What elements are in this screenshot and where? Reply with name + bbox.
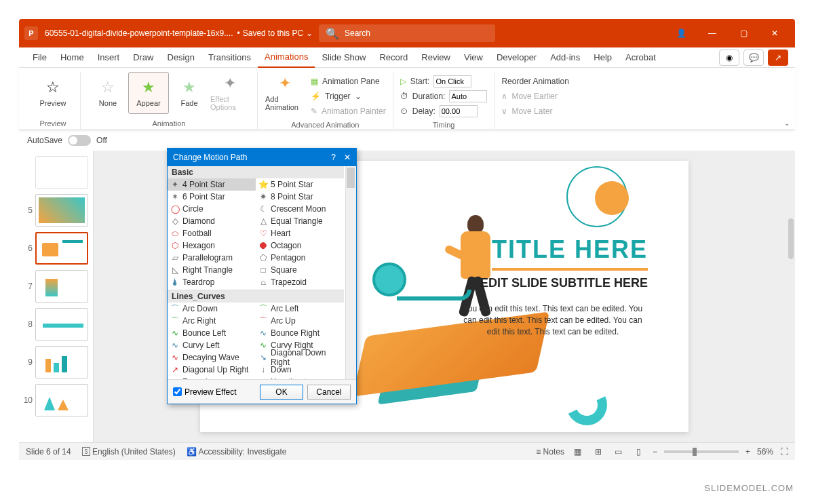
motion-path-item[interactable]: ⌒Arc Right <box>168 315 256 327</box>
cancel-button[interactable]: Cancel <box>307 385 351 400</box>
add-animation-button[interactable]: ✦ Add Animation <box>265 72 305 114</box>
maximize-button[interactable]: ▢ <box>729 23 758 43</box>
motion-path-item[interactable]: ✶6 Point Star <box>168 191 256 203</box>
animation-pane-button[interactable]: ▦Animation Pane <box>311 75 386 88</box>
zoom-slider[interactable] <box>664 450 739 453</box>
zoom-out-button[interactable]: − <box>653 447 657 457</box>
motion-path-list[interactable]: Basic✦4 Point Star⭐5 Point Star✶6 Point … <box>168 166 356 379</box>
list-scrollbar[interactable] <box>345 166 356 379</box>
motion-path-item[interactable]: ↗Diagonal Up Right <box>168 364 256 376</box>
share-button[interactable]: ↗ <box>768 50 788 66</box>
motion-path-item[interactable]: ↘Diagonal Down Right <box>256 351 344 364</box>
motion-path-item[interactable]: ⌒Arc Down <box>168 303 256 315</box>
tab-draw[interactable]: Draw <box>126 47 160 68</box>
start-input[interactable] <box>433 75 471 88</box>
fit-window-button[interactable]: ⛶ <box>780 447 788 457</box>
preview-button[interactable]: ☆ Preview <box>33 72 73 114</box>
tab-addins[interactable]: Add-ins <box>543 47 587 68</box>
minimize-button[interactable]: — <box>697 23 727 43</box>
profile-icon[interactable]: 👤 <box>666 23 696 43</box>
slide-title[interactable]: TITLE HERE <box>492 235 648 271</box>
preview-effect-checkbox[interactable]: Preview Effect <box>173 387 236 397</box>
motion-path-item[interactable]: ⬭Football <box>168 227 256 239</box>
motion-path-item[interactable]: ☾Crescent Moon <box>256 203 344 215</box>
motion-path-item[interactable]: ♡Heart <box>256 227 344 239</box>
dialog-titlebar[interactable]: Change Motion Path ? ✕ <box>168 149 356 166</box>
zoom-in-button[interactable]: + <box>745 447 750 457</box>
delay-input[interactable] <box>440 105 478 117</box>
motion-path-item[interactable]: ⬡Hexagon <box>168 239 256 252</box>
tab-review[interactable]: Review <box>414 47 457 68</box>
autosave-toggle[interactable] <box>68 135 91 146</box>
saved-status[interactable]: • Saved to this PC ⌄ <box>237 28 313 38</box>
motion-path-item[interactable]: ◯Circle <box>168 203 256 215</box>
collapse-ribbon-button[interactable]: ⌄ <box>784 119 790 127</box>
tab-slideshow[interactable]: Slide Show <box>315 47 372 68</box>
tab-file[interactable]: File <box>26 47 54 68</box>
motion-path-item[interactable]: 🌢Teardrop <box>168 276 256 288</box>
motion-path-item[interactable]: ▱Parallelogram <box>168 252 256 264</box>
motion-path-item[interactable]: ∿Bounce Right <box>256 327 344 339</box>
sorter-view-button[interactable]: ⊞ <box>592 446 605 457</box>
search-box[interactable]: 🔍 <box>319 24 495 42</box>
tab-acrobat[interactable]: Acrobat <box>619 47 663 68</box>
motion-path-item[interactable]: ▽Funnel <box>168 376 256 379</box>
motion-path-item[interactable]: ∿Curvy Left <box>168 339 256 351</box>
duration-input[interactable] <box>449 90 487 102</box>
thumb-6[interactable] <box>35 232 88 265</box>
animation-none[interactable]: ☆ None <box>88 72 128 114</box>
motion-path-item[interactable]: ⭐5 Point Star <box>256 178 344 191</box>
close-button[interactable]: ✕ <box>760 23 790 43</box>
tab-help[interactable]: Help <box>587 47 619 68</box>
canvas-scrollbar[interactable] <box>788 218 794 259</box>
animation-appear[interactable]: ★ Appear <box>128 72 169 114</box>
motion-path-item[interactable]: ∿Bounce Left <box>168 327 256 339</box>
tab-developer[interactable]: Developer <box>490 47 543 68</box>
tab-animations[interactable]: Animations <box>258 47 315 68</box>
tab-design[interactable]: Design <box>161 47 201 68</box>
motion-path-item[interactable]: ◇Diamond <box>168 215 256 227</box>
motion-path-item[interactable]: ◺Right Triangle <box>168 264 256 276</box>
motion-path-item[interactable]: ✷8 Point Star <box>256 191 344 203</box>
dialog-close-button[interactable]: ✕ <box>344 153 351 162</box>
motion-path-item[interactable]: □Square <box>256 264 344 276</box>
dialog-help-button[interactable]: ? <box>331 153 336 162</box>
motion-path-item[interactable]: △Equal Triangle <box>256 215 344 227</box>
accessibility-button[interactable]: ♿ Accessibility: Investigate <box>187 447 287 457</box>
tab-record[interactable]: Record <box>372 47 414 68</box>
thumb-4[interactable] <box>35 156 88 189</box>
animation-fade[interactable]: ★ Fade <box>169 72 210 114</box>
preview-effect-check[interactable] <box>173 387 182 396</box>
motion-path-item[interactable]: ⯃Octagon <box>256 239 344 252</box>
tab-transitions[interactable]: Transitions <box>201 47 258 68</box>
reading-view-button[interactable]: ▭ <box>612 446 625 457</box>
slide-counter[interactable]: Slide 6 of 14 <box>26 447 71 457</box>
slide-subtitle[interactable]: EDIT SLIDE SUBTITLE HERE <box>480 276 648 290</box>
notes-button[interactable]: ≡ Notes <box>536 447 564 457</box>
doc-title[interactable]: 60555-01-digital-divide-powerpoint-templ… <box>45 28 233 38</box>
motion-path-item[interactable]: ⬠Pentagon <box>256 252 344 264</box>
motion-path-item[interactable]: ⏢Trapezoid <box>256 276 344 288</box>
motion-path-item[interactable]: ∿Decaying Wave <box>168 351 256 364</box>
thumb-8[interactable] <box>35 308 88 341</box>
motion-path-item[interactable]: ⌒Arc Left <box>256 303 344 315</box>
tab-home[interactable]: Home <box>54 47 91 68</box>
slide-panel[interactable]: 5 6★ 7 8 9 10 <box>19 151 94 442</box>
thumb-10[interactable] <box>35 384 88 416</box>
language-button[interactable]: 🅂 English (United States) <box>82 447 176 457</box>
normal-view-button[interactable]: ▦ <box>571 446 585 457</box>
motion-path-item[interactable]: ⌒Arc Up <box>256 315 344 327</box>
tab-insert[interactable]: Insert <box>91 47 127 68</box>
camera-button[interactable]: ◉ <box>719 50 739 66</box>
slide-body-text[interactable]: You can edit this text. This text can be… <box>458 303 648 337</box>
motion-path-item[interactable]: ✦4 Point Star <box>168 178 256 191</box>
motion-path-item[interactable]: ⩙Heartbeat <box>256 376 344 379</box>
thumb-5[interactable] <box>35 194 88 227</box>
ok-button[interactable]: OK <box>260 385 303 400</box>
tab-view[interactable]: View <box>457 47 490 68</box>
thumb-9[interactable] <box>35 346 88 379</box>
motion-path-item[interactable]: ↓Down <box>256 364 344 376</box>
comments-button[interactable]: 💬 <box>743 50 764 66</box>
slideshow-view-button[interactable]: ▯ <box>632 446 646 457</box>
search-input[interactable] <box>345 28 446 38</box>
